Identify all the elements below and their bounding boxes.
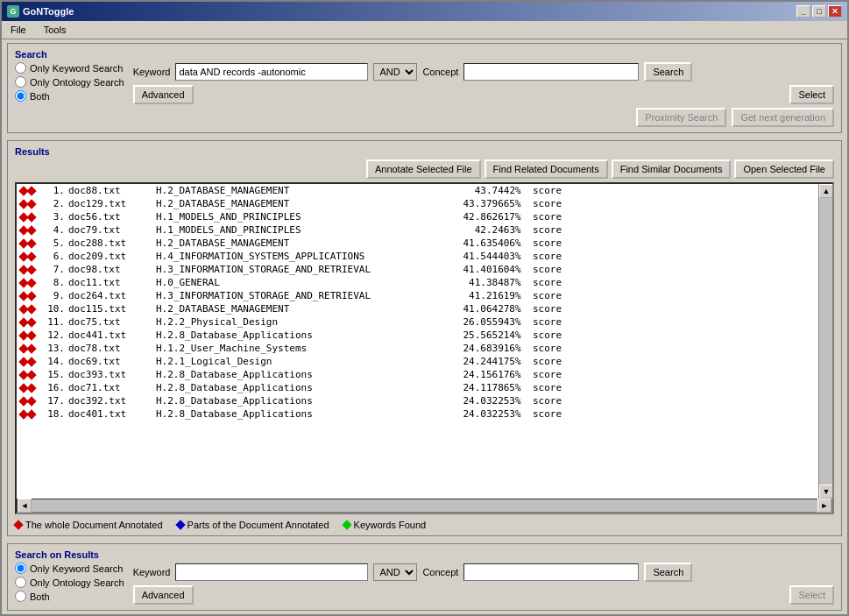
result-label: score: [533, 369, 568, 380]
row-icons: [20, 372, 35, 379]
minimize-button[interactable]: _: [796, 5, 810, 18]
result-number: 17.: [39, 395, 65, 407]
result-number: 14.: [39, 356, 65, 367]
table-row[interactable]: 10.doc115.txtH.2_DATABASE_MANAGEMENT41.0…: [17, 302, 818, 315]
table-row[interactable]: 17.doc392.txtH.2.8_Database_Applications…: [17, 394, 818, 407]
advanced-button[interactable]: Advanced: [133, 85, 194, 104]
sor-concept-input[interactable]: [463, 563, 639, 581]
result-label: score: [533, 185, 568, 196]
vertical-scrollbar[interactable]: ▲ ▼: [818, 184, 832, 499]
find-related-button[interactable]: Find Related Documents: [485, 159, 608, 179]
result-score: 24.117865: [445, 382, 515, 393]
row-icons: [20, 201, 35, 208]
legend-red-icon: [13, 520, 23, 529]
table-row[interactable]: 4.doc79.txtH.1_MODELS_AND_PRINCIPLES42.2…: [17, 223, 818, 237]
result-category: H.4_INFORMATION_SYSTEMS_APPLICATIONS: [156, 251, 445, 262]
scroll-left-button[interactable]: ◄: [18, 499, 32, 513]
sor-radio-both[interactable]: Both: [15, 591, 124, 602]
result-percent: %: [515, 369, 533, 380]
red-diamond-icon-2: [26, 343, 36, 353]
result-category: H.2_DATABASE_MANAGEMENT: [156, 303, 445, 315]
h-scroll-track[interactable]: [32, 499, 817, 512]
annotate-button[interactable]: Annotate Selected File: [366, 159, 481, 179]
row-icons: [20, 332, 35, 339]
keyword-input[interactable]: [175, 63, 368, 81]
sor-search-button[interactable]: Search: [644, 563, 692, 582]
table-row[interactable]: 16.doc71.txtH.2.8_Database_Applications2…: [17, 381, 818, 394]
maximize-button[interactable]: □: [812, 5, 826, 18]
table-row[interactable]: 9.doc264.txtH.3_INFORMATION_STORAGE_AND_…: [17, 289, 818, 302]
result-filename: doc209.txt: [68, 251, 156, 262]
result-percent: %: [515, 251, 533, 262]
table-row[interactable]: 6.doc209.txtH.4_INFORMATION_SYSTEMS_APPL…: [17, 250, 818, 263]
table-row[interactable]: 1.doc88.txtH.2_DATABASE_MANAGEMENT43.744…: [17, 184, 818, 197]
table-row[interactable]: 15.doc393.txtH.2.8_Database_Applications…: [17, 368, 818, 381]
result-label: score: [533, 224, 568, 236]
table-row[interactable]: 11.doc75.txtH.2.2_Physical_Design26.0559…: [17, 315, 818, 329]
table-row[interactable]: 5.doc288.txtH.2_DATABASE_MANAGEMENT41.63…: [17, 237, 818, 250]
results-section: Results Annotate Selected File Find Rela…: [7, 140, 842, 536]
sor-radio-group: Only Keyword Search Only Ontology Search…: [15, 563, 124, 602]
radio-both[interactable]: Both: [15, 90, 124, 102]
result-label: score: [533, 198, 568, 209]
result-percent: %: [515, 198, 533, 209]
select-button[interactable]: Select: [789, 85, 834, 104]
table-row[interactable]: 13.doc78.txtH.1.2_User_Machine_Systems24…: [17, 342, 818, 355]
legend-red-label: The whole Document Annotated: [25, 520, 163, 530]
result-category: H.2_DATABASE_MANAGEMENT: [156, 185, 445, 196]
result-percent: %: [515, 382, 533, 393]
result-number: 7.: [39, 264, 65, 275]
red-diamond-icon-2: [26, 186, 36, 195]
sor-radio-keyword[interactable]: Only Keyword Search: [15, 563, 124, 574]
result-category: H.2.1_Logical_Design: [156, 356, 445, 367]
result-filename: doc78.txt: [68, 343, 156, 354]
menu-tools[interactable]: Tools: [39, 23, 72, 37]
close-button[interactable]: ✕: [828, 5, 842, 18]
search-on-results-section: Search on Results Only Keyword Search On…: [7, 543, 842, 611]
search-button[interactable]: Search: [644, 62, 692, 81]
result-score: 41.635406: [445, 237, 515, 249]
row-icons: [20, 345, 35, 352]
table-row[interactable]: 2.doc129.txtH.2_DATABASE_MANAGEMENT43.37…: [17, 197, 818, 210]
table-row[interactable]: 18.doc401.txtH.2.8_Database_Applications…: [17, 407, 818, 421]
results-legend: The whole Document Annotated Parts of th…: [15, 520, 834, 530]
result-score: 41.38487: [445, 277, 515, 288]
result-label: score: [533, 264, 568, 275]
find-similar-button[interactable]: Find Similar Documents: [612, 159, 732, 179]
title-bar: G GoNToggle _ □ ✕: [2, 2, 847, 21]
result-percent: %: [515, 408, 533, 420]
get-next-gen-button[interactable]: Get next generation: [732, 108, 834, 127]
result-score: 25.565214: [445, 329, 515, 341]
table-row[interactable]: 12.doc441.txtH.2.8_Database_Applications…: [17, 329, 818, 342]
row-icons: [20, 214, 35, 221]
sor-radio-ontology[interactable]: Only Ontology Search: [15, 577, 124, 588]
results-list[interactable]: 1.doc88.txtH.2_DATABASE_MANAGEMENT43.744…: [17, 184, 818, 499]
table-row[interactable]: 7.doc98.txtH.3_INFORMATION_STORAGE_AND_R…: [17, 263, 818, 276]
sor-and-operator-select[interactable]: AND OR: [373, 563, 417, 581]
sor-advanced-button[interactable]: Advanced: [133, 585, 194, 605]
proximity-search-button[interactable]: Proximity Search: [636, 108, 726, 127]
horizontal-scrollbar[interactable]: ◄ ►: [17, 499, 832, 513]
result-number: 3.: [39, 211, 65, 223]
scroll-track[interactable]: [819, 198, 832, 485]
scroll-right-button[interactable]: ►: [817, 499, 831, 513]
table-row[interactable]: 14.doc69.txtH.2.1_Logical_Design24.24417…: [17, 355, 818, 368]
sor-keyword-input[interactable]: [175, 563, 368, 581]
menu-file[interactable]: File: [5, 23, 32, 37]
red-diamond-icon-2: [26, 291, 36, 301]
result-category: H.2.8_Database_Applications: [156, 395, 445, 407]
radio-only-ontology[interactable]: Only Ontology Search: [15, 76, 124, 88]
concept-input[interactable]: [463, 63, 639, 81]
table-row[interactable]: 3.doc56.txtH.1_MODELS_AND_PRINCIPLES42.8…: [17, 210, 818, 223]
scroll-down-button[interactable]: ▼: [819, 485, 832, 499]
radio-only-keyword[interactable]: Only Keyword Search: [15, 62, 124, 74]
and-operator-select[interactable]: AND OR: [373, 63, 417, 81]
sor-select-button[interactable]: Select: [789, 585, 834, 605]
legend-blue-label: Parts of the Document Annotated: [187, 520, 329, 530]
scroll-up-button[interactable]: ▲: [819, 184, 832, 198]
result-filename: doc115.txt: [68, 303, 156, 315]
keyword-label: Keyword: [133, 67, 171, 77]
open-selected-button[interactable]: Open Selected File: [734, 159, 834, 179]
table-row[interactable]: 8.doc11.txtH.0_GENERAL41.38487 % score: [17, 276, 818, 289]
result-number: 9.: [39, 290, 65, 301]
